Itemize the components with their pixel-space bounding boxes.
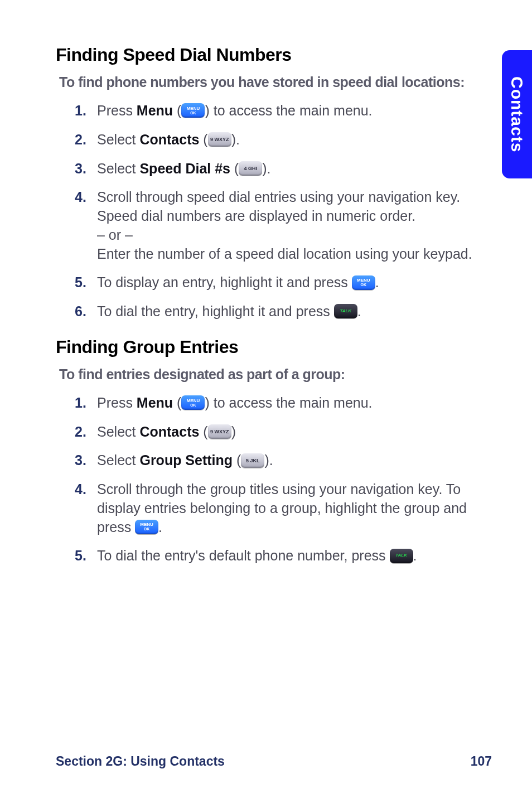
side-tab-label: Contacts	[507, 76, 526, 152]
step-3: Select Speed Dial #s (4 GHI).	[75, 159, 499, 178]
step-3: Select Group Setting (5 JKL).	[75, 451, 499, 470]
step-2: Select Contacts (9 WXYZ).	[75, 130, 499, 149]
step-4: Scroll through the group titles using yo…	[75, 480, 499, 536]
steps-speed-dial: Press Menu (MENUOK) to access the main m…	[56, 101, 499, 321]
key-9-icon: 9 WXYZ	[208, 132, 231, 147]
menu-ok-key-icon: MENUOK	[181, 103, 205, 118]
talk-key-icon: TALK	[390, 549, 413, 563]
key-9-icon: 9 WXYZ	[208, 424, 231, 439]
step-1: Press Menu (MENUOK) to access the main m…	[75, 101, 499, 120]
page-footer: Section 2G: Using Contacts 107	[56, 754, 492, 769]
step-1: Press Menu (MENUOK) to access the main m…	[75, 394, 499, 413]
footer-page-number: 107	[471, 754, 492, 769]
key-5-icon: 5 JKL	[241, 453, 264, 468]
step-5: To dial the entry's default phone number…	[75, 546, 499, 565]
step-2: Select Contacts (9 WXYZ)	[75, 423, 499, 442]
page: Contacts Finding Speed Dial Numbers To f…	[0, 0, 532, 798]
subheading-group-entries: To find entries designated as part of a …	[59, 366, 499, 383]
heading-speed-dial: Finding Speed Dial Numbers	[56, 45, 499, 65]
steps-group-entries: Press Menu (MENUOK) to access the main m…	[56, 394, 499, 565]
menu-ok-key-icon: MENUOK	[135, 520, 158, 534]
heading-group-entries: Finding Group Entries	[56, 337, 499, 357]
talk-key-icon: TALK	[334, 304, 357, 318]
subheading-speed-dial: To find phone numbers you have stored in…	[59, 74, 499, 90]
menu-ok-key-icon: MENUOK	[181, 395, 205, 410]
step-4: Scroll through speed dial entries using …	[75, 188, 499, 263]
key-4-icon: 4 GHI	[239, 161, 262, 176]
side-tab-contacts: Contacts	[502, 50, 532, 178]
step-5: To display an entry, highlight it and pr…	[75, 273, 499, 292]
menu-ok-key-icon: MENUOK	[352, 275, 375, 290]
footer-section-label: Section 2G: Using Contacts	[56, 754, 225, 769]
step-6: To dial the entry, highlight it and pres…	[75, 302, 499, 321]
